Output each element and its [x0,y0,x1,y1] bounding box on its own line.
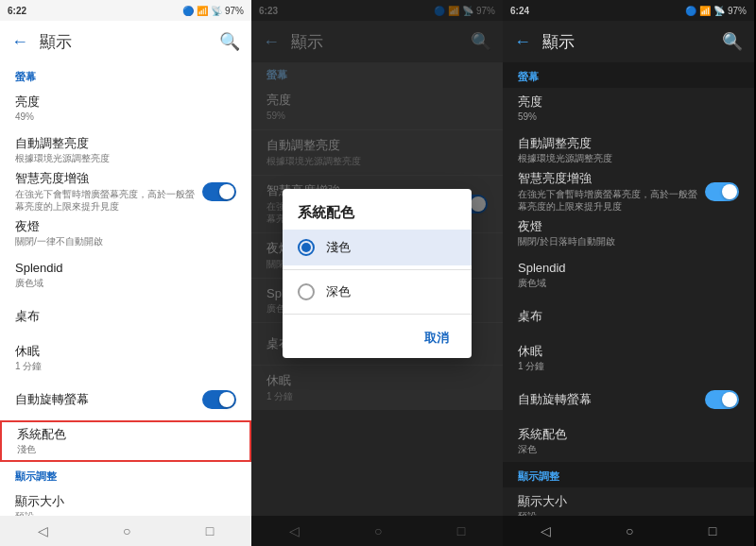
item-display-size-3[interactable]: 顯示大小 預設 [503,487,754,516]
radio-dark [298,283,315,300]
status-time-3: 6:24 [510,6,529,16]
radio-inner [301,243,311,252]
item-subtitle: 預設 [15,510,236,516]
item-nightlight-3[interactable]: 夜燈 關閉/於日落時自動開啟 [503,213,754,254]
panel-1: 6:22 🔵 📶 📡 97% ← 顯示 🔍 螢幕 亮度 49% 自動調整亮度 根… [0,0,251,546]
search-button-3[interactable]: 🔍 [722,31,743,52]
item-wallpaper-1[interactable]: 桌布 [0,296,251,337]
signal-icon-3: 📡 [713,6,725,16]
nav-recents-1[interactable]: □ [206,523,214,538]
status-time-1: 6:22 [8,6,26,16]
item-wallpaper-3[interactable]: 桌布 [503,296,754,337]
item-subtitle: 根據環境光源調整亮度 [15,152,236,164]
item-smart-brightness-1[interactable]: 智慧亮度增強 在強光下會暫時增廣螢幕亮度，高於一般螢幕亮度的上限來提升見度 [0,171,251,213]
scroll-content-3: 螢幕 亮度 59% 自動調整亮度 根據環境光源調整亮度 智慧亮度增強 在強光下會… [503,62,754,516]
item-title: 系統配色 [17,427,234,443]
item-subtitle: 1 分鐘 [15,360,236,372]
dialog-overlay: 系統配色 淺色 深色 取消 [251,0,503,546]
toggle-auto-rotate-3[interactable] [705,390,739,409]
item-subtitle: 59% [518,111,739,123]
top-bar-3: ← 顯示 🔍 [503,21,754,62]
dialog-option-label: 深色 [326,283,351,300]
item-nightlight-1[interactable]: 夜燈 關閉/一律不自動開啟 [0,213,251,254]
item-title: 桌布 [15,309,236,325]
dialog-actions: 取消 [283,318,472,358]
page-title-3: 顯示 [542,31,711,53]
item-sleep-3[interactable]: 休眠 1 分鐘 [503,337,754,379]
item-brightness-1[interactable]: 亮度 49% [0,88,251,129]
item-auto-rotate-3[interactable]: 自動旋轉螢幕 [503,379,754,420]
wifi-icon-3: 📶 [699,6,711,16]
item-title: 桌布 [518,309,739,325]
item-splendid-1[interactable]: Splendid 廣色域 [0,254,251,296]
item-title: 休眠 [15,344,236,360]
scroll-content-1: 螢幕 亮度 49% 自動調整亮度 根據環境光源調整亮度 智慧亮度增強 在強光下會… [0,62,251,516]
toggle-auto-rotate-1[interactable] [202,390,236,409]
dialog-option-dark[interactable]: 深色 [283,274,472,310]
dialog-option-light[interactable]: 淺色 [283,230,472,265]
item-splendid-3[interactable]: Splendid 廣色域 [503,254,754,296]
panel-3: 6:24 🔵 📶 📡 97% ← 顯示 🔍 螢幕 亮度 59% 自動調整亮度 根… [503,0,754,546]
item-subtitle: 廣色域 [518,277,739,289]
status-bar-1: 6:22 🔵 📶 📡 97% [0,0,251,21]
item-title: 顯示大小 [518,494,739,510]
status-icons-1: 🔵 📶 📡 97% [182,6,244,16]
battery-text-3: 97% [728,6,747,16]
item-title: 系統配色 [518,427,739,443]
item-sleep-1[interactable]: 休眠 1 分鐘 [0,337,251,379]
bluetooth-icon-1: 🔵 [182,6,194,16]
item-subtitle: 廣色域 [15,277,236,289]
item-brightness-3[interactable]: 亮度 59% [503,88,754,129]
item-subtitle: 淺色 [17,443,234,455]
status-bar-3: 6:24 🔵 📶 📡 97% [503,0,754,21]
item-row: 自動旋轉螢幕 [15,390,236,409]
nav-recents-3[interactable]: □ [709,523,716,538]
nav-home-3[interactable]: ○ [626,523,633,538]
nav-home-1[interactable]: ○ [123,523,130,538]
back-button-3[interactable]: ← [514,32,531,52]
item-auto-brightness-1[interactable]: 自動調整亮度 根據環境光源調整亮度 [0,129,251,171]
item-title: Splendid [15,261,236,277]
item-title: 亮度 [15,94,236,111]
dialog-option-label: 淺色 [326,239,351,256]
item-title: 亮度 [518,94,739,111]
item-title: 智慧亮度增強 [15,171,195,187]
nav-back-1[interactable]: ◁ [38,523,48,538]
item-title: Splendid [518,261,739,277]
panel-2: 6:23 🔵 📶 📡 97% ← 顯示 🔍 螢幕 亮度 59% 自動調整亮度 根… [251,0,503,546]
dialog-cancel-button[interactable]: 取消 [417,326,456,350]
item-text: 智慧亮度增強 在強光下會暫時增廣螢幕亮度，高於一般螢幕亮度的上限來提升見度 [518,171,705,213]
item-auto-rotate-1[interactable]: 自動旋轉螢幕 [0,379,251,420]
nav-bar-1: ◁ ○ □ [0,516,251,546]
battery-text-1: 97% [225,6,244,16]
dialog-title: 系統配色 [283,189,472,230]
item-subtitle: 49% [15,111,236,123]
radio-light [298,239,315,256]
toggle-smart-brightness-1[interactable] [202,182,236,201]
theme-color-dialog: 系統配色 淺色 深色 取消 [283,189,472,358]
item-title: 休眠 [518,344,739,360]
item-title: 夜燈 [15,219,236,235]
item-row: 自動旋轉螢幕 [518,390,739,409]
dialog-divider [283,269,472,270]
page-title-1: 顯示 [40,31,208,53]
item-display-size-1[interactable]: 顯示大小 預設 [0,487,251,516]
item-smart-brightness-3[interactable]: 智慧亮度增強 在強光下會暫時增廣螢幕亮度，高於一般螢幕亮度的上限來提升見度 [503,171,754,213]
item-title: 夜燈 [518,219,739,235]
search-button-1[interactable]: 🔍 [219,31,240,52]
section-header-display-1: 顯示調整 [0,462,251,487]
item-subtitle: 關閉/一律不自動開啟 [15,235,236,247]
nav-bar-3: ◁ ○ □ [503,516,754,546]
back-button-1[interactable]: ← [11,32,28,52]
item-theme-color-3[interactable]: 系統配色 深色 [503,420,754,462]
item-title: 顯示大小 [15,494,236,510]
item-theme-color-1[interactable]: 系統配色 淺色 [0,420,251,462]
item-subtitle: 關閉/於日落時自動開啟 [518,235,739,247]
item-title: 自動旋轉螢幕 [518,392,592,408]
toggle-smart-brightness-3[interactable] [705,182,739,201]
section-header-screen-1: 螢幕 [0,62,251,88]
nav-back-3[interactable]: ◁ [541,523,551,538]
item-title: 智慧亮度增強 [518,171,697,187]
item-title: 自動調整亮度 [15,136,236,152]
item-auto-brightness-3[interactable]: 自動調整亮度 根據環境光源調整亮度 [503,129,754,171]
